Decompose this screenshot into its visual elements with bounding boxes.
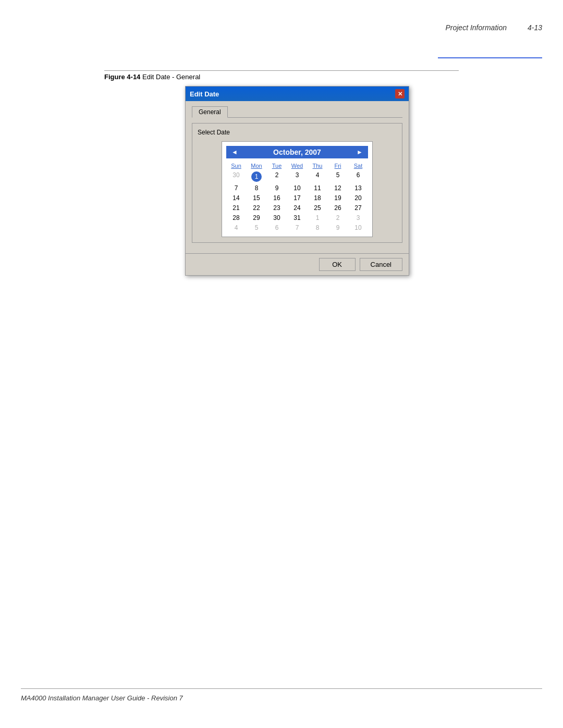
day-cell[interactable]: 5 bbox=[328, 170, 348, 183]
header-page-number: 4-13 bbox=[528, 23, 542, 32]
figure-caption: Edit Date - General bbox=[142, 73, 200, 81]
day-cell[interactable]: 6 bbox=[348, 170, 368, 183]
day-cell[interactable]: 2 bbox=[328, 213, 348, 223]
day-header-thu: Thu bbox=[308, 162, 327, 170]
ok-button[interactable]: OK bbox=[319, 258, 356, 271]
day-cell[interactable]: 7 bbox=[287, 223, 307, 232]
dialog-titlebar: Edit Date ✕ bbox=[186, 87, 409, 101]
month-nav: ◄ October, 2007 ► bbox=[226, 146, 368, 158]
edit-date-dialog: Edit Date ✕ General Select Date ◄ Octobe… bbox=[185, 86, 409, 276]
dialog-footer: OK Cancel bbox=[186, 253, 409, 275]
select-date-section: Select Date ◄ October, 2007 ► Sun Mon Tu… bbox=[192, 123, 402, 243]
dialog-close-button[interactable]: ✕ bbox=[395, 89, 405, 98]
day-cell[interactable]: 19 bbox=[328, 193, 348, 203]
next-month-button[interactable]: ► bbox=[354, 148, 365, 156]
day-cell[interactable]: 8 bbox=[247, 183, 266, 193]
dialog-title: Edit Date bbox=[190, 90, 219, 98]
header-rule bbox=[438, 57, 542, 58]
month-year-title: October, 2007 bbox=[240, 148, 354, 156]
page-footer: MA4000 Installation Manager User Guide -… bbox=[21, 694, 183, 702]
dialog-body: General Select Date ◄ October, 2007 ► Su… bbox=[186, 101, 409, 253]
day-cell[interactable]: 17 bbox=[287, 193, 307, 203]
prev-month-button[interactable]: ◄ bbox=[229, 148, 240, 156]
figure-number: Figure 4-14 bbox=[104, 73, 140, 81]
day-cell[interactable]: 21 bbox=[226, 203, 246, 213]
tab-bar: General bbox=[192, 106, 402, 118]
day-cell[interactable]: 4 bbox=[226, 223, 246, 232]
calendar-grid: Sun Mon Tue Wed Thu Fri Sat 30 1 2 3 4 5 bbox=[226, 162, 368, 232]
day-cell[interactable]: 27 bbox=[348, 203, 368, 213]
day-cell[interactable]: 28 bbox=[226, 213, 246, 223]
day-cell[interactable]: 31 bbox=[287, 213, 307, 223]
day-cell[interactable]: 16 bbox=[267, 193, 287, 203]
day-cell[interactable]: 22 bbox=[247, 203, 266, 213]
day-cell[interactable]: 1 bbox=[308, 213, 327, 223]
day-cell[interactable]: 29 bbox=[247, 213, 266, 223]
day-cell[interactable]: 14 bbox=[226, 193, 246, 203]
day-header-tue: Tue bbox=[267, 162, 287, 170]
day-cell[interactable]: 18 bbox=[308, 193, 327, 203]
day-cell[interactable]: 23 bbox=[267, 203, 287, 213]
day-cell[interactable]: 10 bbox=[287, 183, 307, 193]
day-cell[interactable]: 2 bbox=[267, 170, 287, 183]
day-header-sat: Sat bbox=[348, 162, 368, 170]
day-cell[interactable]: 4 bbox=[308, 170, 327, 183]
day-cell[interactable]: 5 bbox=[247, 223, 266, 232]
footer-rule bbox=[21, 688, 542, 689]
cancel-button[interactable]: Cancel bbox=[360, 258, 402, 271]
calendar: ◄ October, 2007 ► Sun Mon Tue Wed Thu Fr… bbox=[222, 141, 373, 237]
day-header-wed: Wed bbox=[287, 162, 307, 170]
day-header-fri: Fri bbox=[328, 162, 348, 170]
select-date-label: Select Date bbox=[198, 129, 397, 136]
page-header: Project Information 4-13 bbox=[445, 23, 542, 32]
day-cell[interactable]: 8 bbox=[308, 223, 327, 232]
day-cell[interactable]: 30 bbox=[267, 213, 287, 223]
day-cell[interactable]: 7 bbox=[226, 183, 246, 193]
day-cell[interactable]: 25 bbox=[308, 203, 327, 213]
figure-label: Figure 4-14 Edit Date - General bbox=[104, 73, 200, 81]
day-cell[interactable]: 10 bbox=[348, 223, 368, 232]
day-cell[interactable]: 6 bbox=[267, 223, 287, 232]
day-cell[interactable]: 12 bbox=[328, 183, 348, 193]
day-cell[interactable]: 9 bbox=[328, 223, 348, 232]
tab-general[interactable]: General bbox=[192, 106, 228, 118]
day-cell[interactable]: 3 bbox=[348, 213, 368, 223]
day-cell[interactable]: 26 bbox=[328, 203, 348, 213]
day-cell[interactable]: 20 bbox=[348, 193, 368, 203]
day-header-mon: Mon bbox=[247, 162, 266, 170]
footer-text: MA4000 Installation Manager User Guide -… bbox=[21, 694, 183, 702]
day-cell[interactable]: 13 bbox=[348, 183, 368, 193]
day-cell[interactable]: 3 bbox=[287, 170, 307, 183]
day-header-sun: Sun bbox=[226, 162, 246, 170]
day-cell[interactable]: 11 bbox=[308, 183, 327, 193]
day-cell-selected[interactable]: 1 bbox=[247, 170, 266, 183]
figure-rule bbox=[104, 70, 459, 71]
header-title: Project Information bbox=[445, 23, 507, 32]
day-cell[interactable]: 9 bbox=[267, 183, 287, 193]
day-cell[interactable]: 24 bbox=[287, 203, 307, 213]
day-cell[interactable]: 30 bbox=[226, 170, 246, 183]
day-cell[interactable]: 15 bbox=[247, 193, 266, 203]
